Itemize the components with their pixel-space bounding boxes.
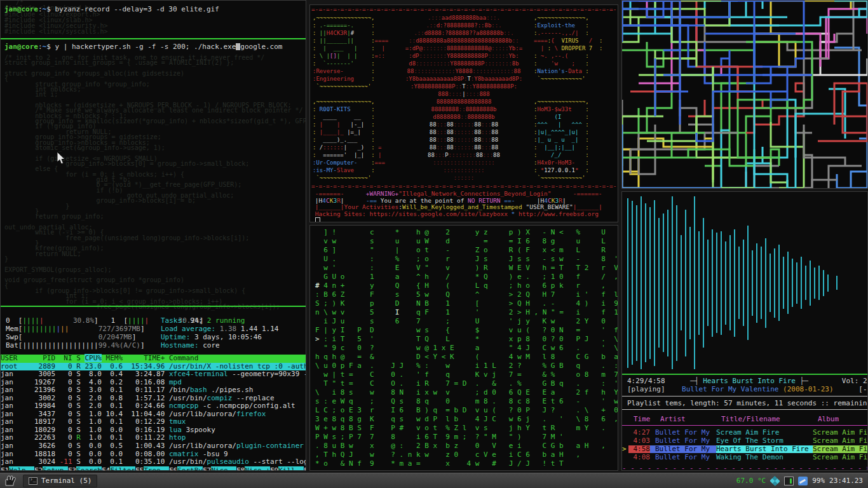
terminal-icon — [29, 477, 37, 485]
taskbar-window-label: Terminal (5) — [41, 477, 92, 485]
fkey-label[interactable]: SortBy — [177, 466, 203, 471]
playlist-row[interactable]: 4:03Bullet For MyEye Of The StormScream … — [622, 437, 868, 445]
cmatrix-window[interactable]: ] ! c * h @ 2 y z p ) X - N < % U Q v w … — [309, 225, 618, 471]
pipes-art — [622, 1, 867, 188]
now-playing-line-2: [playing] Bullet For My Valentine (2008-… — [627, 386, 864, 393]
prompt-user: jan@core — [4, 5, 38, 13]
matrix-rain: ] ! c * h @ 2 y z p ) X - N < % U Q v w … — [315, 228, 618, 468]
fkey[interactable]: F4 — [102, 466, 110, 471]
clipboard-tray-icon[interactable] — [798, 477, 808, 485]
fkey-label[interactable]: Kill — [278, 466, 304, 471]
htop-process-table[interactable]: USER PID NI S CPU% MEM% TIME+ Commandroo… — [1, 355, 306, 466]
song-title: Hearts Burst Into Fire — [703, 377, 796, 385]
volume-label: Vol: 22% — [842, 377, 868, 385]
song-artist: Bullet For My Valentine — [682, 385, 778, 393]
taskbar[interactable]: Terminal (5) 67.0 °C 99% 23:41.23 — [0, 473, 868, 488]
fkey[interactable]: F1 — [1, 466, 9, 471]
table-row[interactable]: jan 3024 -11 S 0.0 0.1 0:35.10 /usr/bin/… — [1, 458, 306, 466]
clock: 23:41.23 — [829, 477, 863, 485]
fkey[interactable]: F5 — [135, 466, 144, 471]
fkey-label[interactable]: Filter — [110, 466, 135, 471]
command-line-2: jan@core:~$ y | hackertyper.sh -g -f -s … — [4, 43, 283, 51]
fkey-label[interactable]: Setup — [43, 466, 68, 471]
command-text-2: y | hackertyper.sh -g -f -s 200; ./hack.… — [51, 43, 236, 51]
taskbar-window-button[interactable]: Terminal (5) — [23, 475, 97, 487]
playlist-row[interactable]: 4:27Bullet For MyScream Aim FireScream A… — [622, 429, 868, 437]
grab-hand-icon[interactable] — [4, 475, 18, 487]
fkey[interactable]: F6 — [169, 466, 177, 471]
banner-art-right-boxes: ,~~~~~~~~~~~~~~,:Exploit-the ::.------.,… — [534, 14, 618, 182]
fkey-label[interactable]: Nice + — [245, 466, 270, 471]
elapsed-time: 4:29/4:58 — [627, 377, 665, 385]
pipes-window[interactable] — [621, 0, 868, 189]
fkey[interactable]: F8 — [236, 466, 245, 471]
ncmpcpp-window[interactable]: 4:29/4:58 ─┤ Hearts Burst Into Fire ├─ V… — [621, 191, 868, 471]
separator — [622, 409, 868, 410]
fkey-label[interactable]: Search — [76, 466, 102, 471]
playlist-info: Playlist tems, length: 57 minutes, 11 se… — [627, 400, 864, 407]
command-text-1: byzanz-record --delay=3 -d 30 elite.gif — [51, 5, 219, 13]
fkey-label[interactable]: Help — [9, 466, 34, 471]
playlist-header: TimeArtistTitle/FilenameAlbum — [627, 416, 864, 423]
fkey[interactable]: F7 — [203, 466, 211, 471]
banner-warning-footer: -======- +WARNING+"Illegal_Network_Conne… — [311, 191, 618, 222]
playlist-row[interactable]: 4:08Bullet For MyWaking The DemonScream … — [622, 454, 868, 461]
separator-line — [1, 38, 306, 39]
fkey-label[interactable]: Nice - — [211, 466, 236, 471]
htop-function-keys[interactable]: F1Help F2Setup F3SearchF4FilterF5Tree F6… — [1, 466, 306, 471]
playlist-row[interactable]: >4:58Bullet For MyHearts Burst Into Fire… — [622, 445, 868, 453]
network-tray-icon[interactable] — [770, 475, 780, 485]
audio-visualizer — [627, 194, 864, 371]
banner-art-left-boxes: ,~~~~~~~~~~~~~~~~,: .-======-. :: ||H4CK… — [313, 14, 394, 182]
battery-percent: 99% — [812, 477, 825, 485]
fkey[interactable]: F2 — [34, 466, 43, 471]
banner-skull-art: .:::aad8888888baa:::..::d:?88888888?::8b… — [394, 14, 534, 182]
mouse-cursor — [57, 152, 67, 166]
song-date: (2008-01-23) — [783, 385, 833, 393]
visualizer-separator — [622, 374, 868, 375]
command-line-1: jan@core:~$ byzanz-record --delay=3 -d 3… — [4, 5, 219, 13]
system-tray[interactable]: 67.0 °C 99% 23:41.23 — [736, 477, 868, 485]
separator-line-2 — [1, 306, 306, 307]
monitor-tray-icon[interactable] — [784, 477, 794, 485]
temperature-readout: 67.0 °C — [736, 477, 766, 485]
player-state: [playing] — [627, 385, 665, 393]
fkey-label[interactable]: Tree — [144, 466, 169, 471]
playlist-header-underline — [622, 425, 868, 426]
separator — [622, 396, 868, 396]
banner-border-bottom: =-=-=-=-=-=-=-=-=-=-=-=-=-=-=-=-=-=-=-=-… — [311, 183, 618, 190]
fkey[interactable]: F10 — [304, 466, 306, 471]
fkey[interactable]: F3 — [68, 466, 76, 471]
terminal-window-left[interactable]: /* #include <linux/cred.h> #include <lin… — [0, 0, 306, 471]
fkey[interactable]: F9 — [270, 466, 278, 471]
banner-cursor — [315, 217, 320, 222]
banner-border-top: =-=-=-=-=-=-=-=-=-=-=-=-=-=-=-=-=-=-=-=-… — [311, 6, 618, 13]
playlist-scroll-indicator: - - - - - - - - - - - - - - - - - - - - … — [622, 464, 868, 471]
kernel-code-listing: /* init to 2 - one for init_task, one to… — [4, 55, 306, 310]
hacker-banner-window[interactable]: =-=-=-=-=-=-=-=-=-=-=-=-=-=-=-=-=-=-=-=-… — [309, 4, 618, 222]
progress-bar: [------] — [858, 385, 868, 393]
htop-summary: Tasks: 94; 2 runningLoad average: 1.38 1… — [161, 316, 278, 349]
now-playing-line-1: 4:29/4:58 ─┤ Hearts Burst Into Fire ├─ V… — [627, 377, 864, 385]
